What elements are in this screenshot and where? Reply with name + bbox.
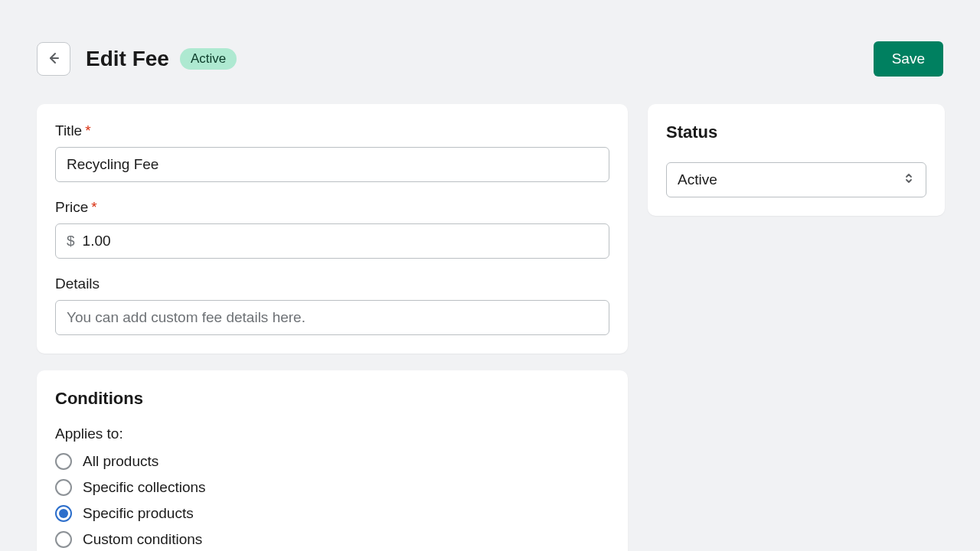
status-badge: Active xyxy=(180,48,237,70)
save-button[interactable]: Save xyxy=(874,41,943,77)
price-input-wrap[interactable]: $ xyxy=(55,223,609,259)
details-input[interactable] xyxy=(55,300,609,335)
price-label-text: Price xyxy=(55,199,88,215)
conditions-heading: Conditions xyxy=(55,389,609,409)
radio-custom-conditions[interactable]: Custom conditions xyxy=(55,531,609,548)
radio-icon xyxy=(55,479,72,496)
required-marker: * xyxy=(85,122,90,139)
required-marker: * xyxy=(91,199,96,215)
radio-specific-collections[interactable]: Specific collections xyxy=(55,479,609,496)
title-label-text: Title xyxy=(55,122,82,139)
price-label: Price* xyxy=(55,199,609,216)
radio-label: Custom conditions xyxy=(83,531,202,548)
status-select[interactable]: Active xyxy=(666,162,926,197)
radio-specific-products[interactable]: Specific products xyxy=(55,505,609,522)
conditions-card: Conditions Applies to: All products Spec… xyxy=(37,370,628,551)
page-header: Edit Fee Active Save xyxy=(37,41,943,77)
chevron-up-down-icon xyxy=(903,171,915,188)
fee-details-card: Title* Price* $ Details xyxy=(37,104,628,354)
page-title: Edit Fee xyxy=(86,47,169,71)
radio-label: All products xyxy=(83,453,158,470)
back-button[interactable] xyxy=(37,42,70,76)
currency-prefix: $ xyxy=(67,233,75,249)
status-select-value: Active xyxy=(678,171,717,188)
applies-to-radio-group: All products Specific collections Specif… xyxy=(55,453,609,548)
status-card: Status Active xyxy=(648,104,945,216)
details-label: Details xyxy=(55,276,609,292)
radio-label: Specific products xyxy=(83,505,194,522)
radio-icon xyxy=(55,505,72,522)
status-heading: Status xyxy=(666,122,926,142)
radio-label: Specific collections xyxy=(83,479,206,496)
arrow-left-icon xyxy=(46,51,61,68)
applies-to-label: Applies to: xyxy=(55,425,609,442)
radio-icon xyxy=(55,453,72,470)
radio-all-products[interactable]: All products xyxy=(55,453,609,470)
radio-icon xyxy=(55,531,72,548)
price-input[interactable] xyxy=(83,224,598,258)
title-label: Title* xyxy=(55,122,609,139)
title-input[interactable] xyxy=(55,147,609,182)
